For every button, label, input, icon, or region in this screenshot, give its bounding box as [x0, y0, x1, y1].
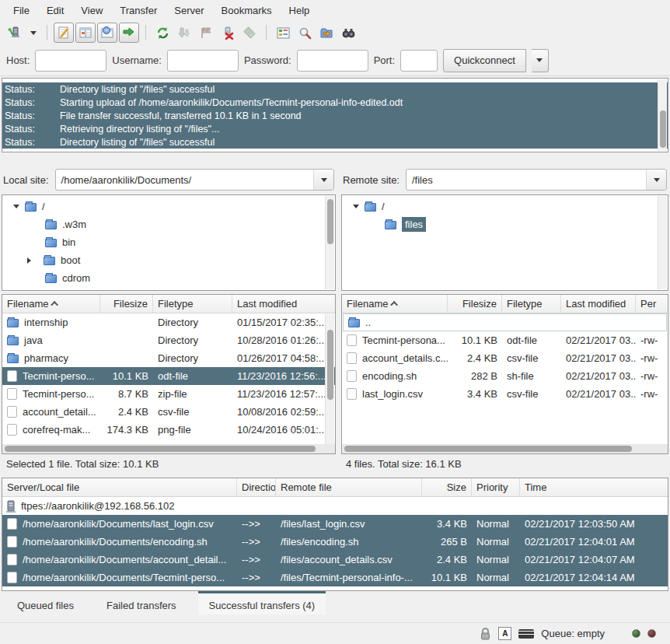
refresh-button[interactable] — [152, 23, 173, 43]
local-tree-scrollbar-thumb[interactable] — [327, 199, 333, 244]
header-filetype[interactable]: Filetype — [153, 295, 232, 313]
log-row[interactable]: Status: Directory listing of "/files" su… — [2, 135, 668, 149]
toggle-transfer-queue-button[interactable] — [119, 23, 139, 43]
local-file-list[interactable]: Filename Filesize Filetype Last modified… — [2, 294, 336, 454]
quickconnect-dropdown-button[interactable] — [532, 49, 549, 72]
tree-item-w3m[interactable]: .w3m — [2, 215, 335, 233]
local-path-dropdown-button[interactable] — [313, 170, 333, 190]
log-row[interactable]: Status: Retrieving directory listing of … — [2, 122, 668, 135]
local-list-scrollbar-thumb[interactable] — [327, 330, 333, 400]
header-priority[interactable]: Priority — [472, 478, 520, 496]
remote-tree-scrollbar[interactable] — [658, 196, 667, 289]
remote-path-combo[interactable]: /files — [406, 169, 667, 191]
transfer-row[interactable]: /home/aaronkilik/Documents/last_login.cs… — [2, 515, 668, 533]
file-row[interactable]: account_details.c... 2.4 KB csv-file 02/… — [342, 349, 668, 367]
remote-file-list[interactable]: Filename Filesize Filetype Last modified… — [341, 294, 668, 454]
local-tree[interactable]: / .w3m bin boot cdrom — [2, 194, 336, 291]
file-row[interactable]: last_login.csv 3.4 KB csv-file 02/21/201… — [342, 385, 668, 403]
remote-list-hscrollbar[interactable] — [342, 444, 668, 453]
header-filename[interactable]: Filename — [342, 295, 448, 313]
toggle-remote-tree-button[interactable] — [97, 23, 117, 43]
header-filetype[interactable]: Filetype — [502, 295, 561, 313]
directory-filter-button[interactable] — [273, 23, 293, 43]
header-filesize[interactable]: Filesize — [100, 295, 153, 313]
tree-item-root[interactable]: / — [342, 198, 668, 215]
file-row[interactable]: java Directory 10/28/2016 01:26:... — [2, 331, 335, 349]
remote-list-hscrollbar-thumb[interactable] — [344, 446, 632, 452]
cancel-button[interactable] — [196, 23, 216, 43]
header-server-local-file[interactable]: Server/Local file — [2, 478, 237, 496]
expander-open-icon[interactable] — [353, 205, 359, 208]
remote-tree[interactable]: / files — [341, 194, 668, 291]
local-list-scrollbar[interactable] — [325, 314, 334, 453]
menu-help[interactable]: Help — [281, 2, 319, 19]
site-manager-dropdown-button[interactable] — [26, 23, 40, 43]
header-last-modified[interactable]: Last modified — [561, 295, 636, 313]
quickconnect-button[interactable]: Quickconnect — [443, 49, 526, 72]
header-remote-file[interactable]: Remote file — [276, 478, 422, 496]
server-row[interactable]: ftpes://aaronkilik@192.168.56.102 — [2, 497, 668, 515]
menu-bookmarks[interactable]: Bookmarks — [213, 2, 281, 19]
site-manager-button[interactable] — [5, 23, 25, 43]
expander-open-icon[interactable] — [13, 205, 19, 208]
menu-view[interactable]: View — [72, 2, 111, 19]
menu-file[interactable]: File — [5, 2, 38, 19]
username-input[interactable] — [167, 50, 239, 72]
header-size[interactable]: Size — [422, 478, 472, 496]
file-row[interactable]: internship Directory 01/15/2017 02:35:..… — [2, 313, 335, 331]
header-filesize[interactable]: Filesize — [448, 295, 502, 313]
file-row[interactable]: corefreq-mak... 174.3 KB png-file 10/24/… — [2, 421, 335, 439]
transfer-row[interactable]: /home/aaronkilik/Documents/encoding.sh -… — [2, 533, 668, 551]
expander-closed-icon[interactable] — [27, 257, 31, 264]
transfer-row[interactable]: /home/aaronkilik/Documents/Tecmint-perso… — [2, 569, 668, 586]
tab-failed-transfers[interactable]: Failed transfers — [96, 591, 187, 614]
file-row[interactable]: account_detail... 2.4 KB csv-file 10/08/… — [2, 403, 335, 421]
header-permissions[interactable]: Per — [636, 295, 668, 313]
toggle-message-log-button[interactable] — [54, 23, 74, 43]
file-row[interactable]: Tecmint-persona... 10.1 KB odt-file 02/2… — [342, 331, 668, 349]
tree-item-root[interactable]: / — [2, 198, 335, 215]
process-queue-button[interactable] — [174, 23, 194, 43]
tab-queued-files[interactable]: Queued files — [6, 591, 85, 614]
log-scrollbar[interactable] — [658, 79, 667, 151]
remote-path-dropdown-button[interactable] — [646, 170, 666, 190]
log-row[interactable]: Status: File transfer successful, transf… — [2, 109, 668, 122]
menu-server[interactable]: Server — [166, 2, 212, 19]
log-row[interactable]: Status: Directory listing of "/files" su… — [2, 82, 668, 96]
tree-item-cdrom[interactable]: cdrom — [2, 269, 335, 287]
header-filename[interactable]: Filename — [2, 295, 100, 313]
tree-item-bin[interactable]: bin — [2, 233, 335, 251]
speed-limits-icon[interactable] — [518, 629, 534, 639]
log-row[interactable]: Status: Starting upload of /home/aaronki… — [2, 96, 668, 109]
parent-directory-row[interactable]: .. — [343, 313, 667, 331]
file-row[interactable]: Tecmint-perso... 8.7 KB zip-file 11/23/2… — [2, 385, 335, 403]
synchronized-browsing-button[interactable] — [316, 23, 337, 43]
local-tree-scrollbar[interactable] — [325, 196, 334, 289]
menu-transfer[interactable]: Transfer — [111, 2, 166, 19]
local-list-hscrollbar[interactable] — [2, 444, 335, 453]
menu-edit[interactable]: Edit — [38, 2, 72, 19]
local-list-hscrollbar-thumb[interactable] — [5, 446, 316, 452]
transfer-queue[interactable]: Server/Local file Direction Remote file … — [2, 478, 668, 591]
port-input[interactable] — [400, 50, 438, 72]
header-last-modified[interactable]: Last modified — [232, 295, 335, 313]
password-input[interactable] — [297, 50, 368, 72]
host-input[interactable] — [35, 50, 106, 72]
header-time[interactable]: Time — [520, 478, 668, 496]
file-row[interactable]: encoding.sh 282 B sh-file 02/21/2017 03.… — [342, 367, 668, 385]
file-row-selected[interactable]: Tecmint-perso... 10.1 KB odt-file 11/23/… — [2, 367, 335, 385]
disconnect-button[interactable] — [218, 23, 238, 43]
data-type-icon[interactable]: A — [498, 627, 511, 640]
file-row[interactable]: pharmacy Directory 01/26/2017 04:58:... — [2, 349, 335, 367]
header-direction[interactable]: Direction — [237, 478, 276, 496]
local-path-combo[interactable]: /home/aaronkilik/Documents/ — [55, 169, 334, 191]
message-log[interactable]: Status: Directory listing of "/files" su… — [2, 78, 668, 152]
toggle-local-tree-button[interactable] — [75, 23, 96, 43]
abort-button[interactable] — [239, 23, 260, 43]
tree-item-files[interactable]: files — [342, 215, 668, 233]
tab-successful-transfers[interactable]: Successful transfers (4) — [198, 591, 326, 614]
file-search-button[interactable] — [295, 23, 315, 43]
transfer-row[interactable]: /home/aaronkilik/Documents/account_detai… — [2, 551, 668, 569]
log-scrollbar-thumb[interactable] — [660, 110, 666, 148]
directory-comparison-button[interactable] — [338, 23, 358, 43]
